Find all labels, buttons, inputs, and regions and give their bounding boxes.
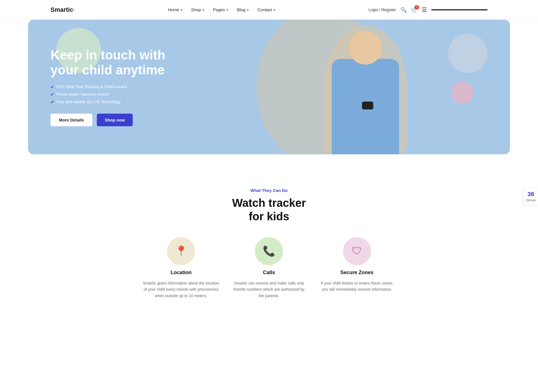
- location-desc: Smartic gives information about the loca…: [143, 280, 219, 299]
- menu-icon[interactable]: ☰: [422, 6, 427, 13]
- nav-link-blog[interactable]: Blog +: [237, 7, 249, 12]
- section-title: Watch trackerfor kids: [28, 196, 510, 223]
- secure-desc: If your child leaves or enters these zon…: [319, 280, 395, 293]
- cart-icon[interactable]: 🛒 0: [411, 7, 417, 13]
- hero-feature-item: ✔GPS Real Time Tracking & Child Locator: [51, 84, 174, 90]
- child-head: [349, 31, 382, 65]
- navbar: Smartic· Home +Shop +Pages +Blog +Contac…: [0, 0, 538, 20]
- hero-image-area: [221, 20, 510, 154]
- feature-card-calls: 📞CallsSmartic can receive and make calls…: [231, 237, 307, 299]
- child-illustration: [320, 25, 410, 154]
- section-subtitle: What They Can Do: [28, 188, 510, 193]
- check-icon: ✔: [51, 99, 54, 105]
- nav-links: Home +Shop +Pages +Blog +Contact +: [168, 7, 276, 12]
- calls-icon-wrap: 📞: [255, 237, 283, 265]
- feature-card-secure: 🛡Secure ZonesIf your child leaves or ent…: [319, 237, 395, 299]
- secure-name: Secure Zones: [340, 270, 374, 276]
- secure-icon-wrap: 🛡: [343, 237, 371, 265]
- calls-desc: Smartic can receive and make calls only …: [231, 280, 307, 299]
- check-icon: ✔: [51, 84, 54, 90]
- search-icon[interactable]: 🔍: [400, 7, 407, 13]
- hero-feature-item: ✔Fast and reliable 4G LTE Technology: [51, 99, 174, 105]
- logo[interactable]: Smartic·: [51, 6, 75, 13]
- features-section: What They Can Do Watch trackerfor kids 📍…: [0, 171, 538, 321]
- shop-now-button[interactable]: Shop now: [97, 114, 133, 126]
- more-details-button[interactable]: More Details: [51, 114, 92, 126]
- demos-number: 36: [526, 190, 536, 198]
- calls-name: Calls: [263, 270, 275, 276]
- hero-title: Keep in touch with your child anytime: [51, 48, 174, 77]
- nav-link-home[interactable]: Home +: [168, 7, 183, 12]
- feature-card-location: 📍LocationSmartic gives information about…: [143, 237, 219, 299]
- child-watch: [362, 102, 373, 109]
- login-register-link[interactable]: Login / Register: [368, 8, 396, 12]
- features-grid: 📍LocationSmartic gives information about…: [143, 237, 395, 299]
- hero-section: Keep in touch with your child anytime ✔G…: [28, 20, 510, 154]
- hero-buttons: More Details Shop now: [51, 114, 174, 126]
- nav-link-contact[interactable]: Contact +: [257, 7, 276, 12]
- cart-badge: 0: [415, 5, 419, 10]
- hero-feature-item: ✔Phone under "parental control": [51, 92, 174, 97]
- location-name: Location: [171, 270, 192, 276]
- nav-right: Login / Register 🔍 🛒 0 ☰: [368, 6, 487, 13]
- check-icon: ✔: [51, 92, 54, 97]
- nav-link-shop[interactable]: Shop +: [191, 7, 205, 12]
- demos-label: Demos: [526, 198, 536, 201]
- demos-tab[interactable]: 36 Demos: [523, 187, 538, 205]
- hero-content: Keep in touch with your child anytime ✔G…: [51, 48, 174, 126]
- location-icon-wrap: 📍: [167, 237, 195, 265]
- hero-features-list: ✔GPS Real Time Tracking & Child Locator✔…: [51, 84, 174, 105]
- nav-link-pages[interactable]: Pages +: [213, 7, 228, 12]
